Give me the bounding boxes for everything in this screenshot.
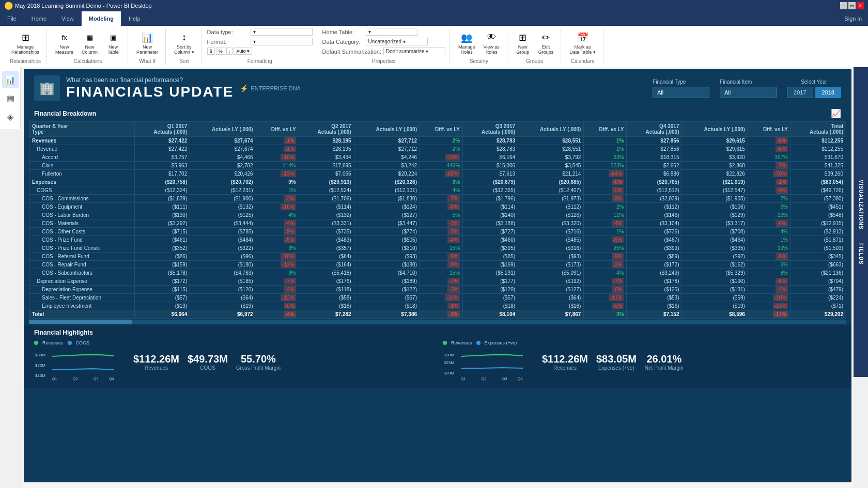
new-parameter-button[interactable]: 📊 NewParameter — [133, 28, 161, 57]
financial-type-select[interactable]: All Actual Budget — [653, 87, 709, 98]
row-value: ($159) — [135, 261, 190, 269]
sort-by-column-button[interactable]: ↕ Sort byColumn ▾ — [171, 28, 197, 57]
row-value: 9% — [256, 244, 299, 253]
relationships-buttons: ⊞ ManageRelationships — [8, 28, 42, 57]
row-value: $27,422 — [135, 145, 190, 153]
edit-groups-button[interactable]: ✏ EditGroups — [535, 28, 557, 57]
row-value: $39,260 — [791, 170, 846, 178]
row-value: ($316) — [518, 244, 584, 253]
row-value: 367% — [748, 153, 791, 162]
mark-date-table-button[interactable]: 📅 Mark asDate Table ▾ — [566, 28, 598, 57]
col-header-q4-diff: Diff. vs LY — [748, 122, 791, 137]
col-header-q1-diff: Diff. vs LY — [256, 122, 299, 137]
row-value: ($114) — [463, 203, 518, 211]
row-value: ($663) — [791, 261, 846, 269]
row-value: 1% — [256, 186, 299, 195]
sidebar-icon-model[interactable]: ◈ — [2, 108, 19, 125]
net-profit-kpi-value: 26.01% — [645, 353, 684, 365]
datacategory-value[interactable]: Uncategorized ▾ — [366, 38, 428, 45]
dashboard-title: FINANCIALS UPDATE — [66, 84, 234, 100]
new-group-button[interactable]: ⊞ NewGroup — [513, 28, 533, 57]
signin-button[interactable]: Sign in — [838, 11, 868, 26]
datatype-value[interactable]: ▾ — [251, 28, 313, 36]
row-value: ($125) — [190, 211, 256, 219]
row-label: Employee Investment — [29, 302, 135, 310]
right-sidebar: VISUALIZATIONS FIELDS — [854, 67, 868, 377]
row-label: COS - Labor Burden — [29, 211, 135, 219]
summarization-row: Default Summarization: Don't summarize ▾ — [322, 48, 445, 55]
table-row: COS - Commissions($1,839)($1,900)-3%($1,… — [29, 195, 846, 203]
revenues-kpi: $112.26M Revenues — [133, 353, 179, 371]
comma-button[interactable]: , — [226, 48, 233, 55]
row-value: ($118) — [299, 286, 354, 294]
new-column-button[interactable]: ▦ NewColumn — [79, 28, 101, 57]
row-value: ($399) — [627, 244, 682, 253]
tab-help[interactable]: Help — [121, 11, 148, 26]
year-2018-button[interactable]: 2018 — [815, 87, 841, 98]
tab-home[interactable]: Home — [24, 11, 54, 26]
summarization-value[interactable]: Don't summarize ▾ — [383, 48, 445, 55]
restore-button[interactable]: ▭ — [848, 2, 856, 9]
format-value[interactable]: ▾ — [251, 38, 313, 45]
row-value: -17% — [748, 310, 791, 319]
row-value: ($352) — [135, 244, 190, 253]
row-label: COS - Prize Fund — [29, 236, 135, 244]
dashboard-subtitle: What has been our financial performance? — [66, 76, 234, 84]
view-as-roles-button[interactable]: 👁 View asRoles — [480, 28, 502, 57]
financial-item-select[interactable]: All Revenue COGS — [720, 87, 777, 98]
row-value: $112,255 — [791, 145, 846, 153]
row-value: ($57) — [135, 294, 190, 302]
row-value: 2% — [420, 137, 463, 145]
svg-text:Q1: Q1 — [52, 377, 57, 381]
hometable-label: Home Table: — [322, 29, 364, 35]
row-value: ($192) — [518, 277, 584, 286]
sidebar-icon-report[interactable]: 📊 — [2, 71, 19, 88]
tab-file[interactable]: File — [0, 11, 24, 26]
table-row: COS - Subcontractors($5,178)($4,763)9%($… — [29, 269, 846, 277]
financial-item-label: Financial Item — [720, 79, 777, 85]
row-value: ($479) — [791, 286, 846, 294]
row-value: 4% — [584, 269, 627, 277]
table-scrollbar[interactable] — [29, 320, 846, 324]
row-value: ($12,231) — [190, 186, 256, 195]
revenues-kpi-label-right: Revenues — [542, 365, 588, 371]
minimize-button[interactable]: ─ — [840, 2, 847, 9]
row-value: $18,315 — [627, 153, 682, 162]
row-value: $7,065 — [299, 170, 354, 178]
auto-button[interactable]: Auto ▾ — [234, 48, 252, 55]
dashboard-logo: 🏢 — [34, 75, 60, 101]
hometable-value[interactable]: ▾ — [366, 28, 417, 36]
manage-roles-button[interactable]: 👥 ManageRoles — [455, 28, 478, 57]
row-value: 15% — [420, 269, 463, 277]
currency-button[interactable]: $ — [207, 48, 215, 55]
row-value: -11% — [584, 294, 627, 302]
visualizations-tab[interactable]: VISUALIZATIONS — [856, 175, 866, 235]
fields-tab[interactable]: FIELDS — [856, 238, 866, 270]
manage-relationships-button[interactable]: ⊞ ManageRelationships — [8, 28, 42, 57]
sidebar-icon-data[interactable]: ▦ — [2, 90, 19, 106]
row-value: ($3,249) — [627, 269, 682, 277]
table-row: COS - Referral Fund($86)($96)-10%($84)($… — [29, 253, 846, 261]
row-label: COGS — [29, 186, 135, 195]
window-controls[interactable]: ─ ▭ ✕ — [840, 2, 864, 9]
row-value: ($727) — [463, 228, 518, 236]
security-group-label: Security — [470, 58, 488, 64]
row-value: -4% — [256, 219, 299, 228]
manage-roles-icon: 👥 — [459, 30, 474, 45]
row-value: 19% — [748, 244, 791, 253]
row-value: ($3,444) — [190, 219, 256, 228]
row-value: ($310) — [354, 244, 420, 253]
svg-text:$20M: $20M — [35, 363, 45, 368]
new-table-button[interactable]: ▣ NewTable — [103, 28, 123, 57]
close-button[interactable]: ✕ — [857, 2, 864, 9]
tab-modeling[interactable]: Modeling — [82, 11, 121, 26]
whatif-buttons: 📊 NewParameter — [133, 28, 161, 57]
net-profit-kpi: 26.01% Net Profit Margin — [645, 353, 684, 371]
year-2017-button[interactable]: 2017 — [787, 87, 813, 98]
percent-button[interactable]: % — [216, 48, 225, 55]
row-value: 8% — [748, 269, 791, 277]
tab-view[interactable]: View — [54, 11, 82, 26]
row-value: $7,386 — [354, 310, 420, 319]
new-measure-button[interactable]: fx NewMeasure — [52, 28, 76, 57]
row-value: ($460) — [463, 236, 518, 244]
